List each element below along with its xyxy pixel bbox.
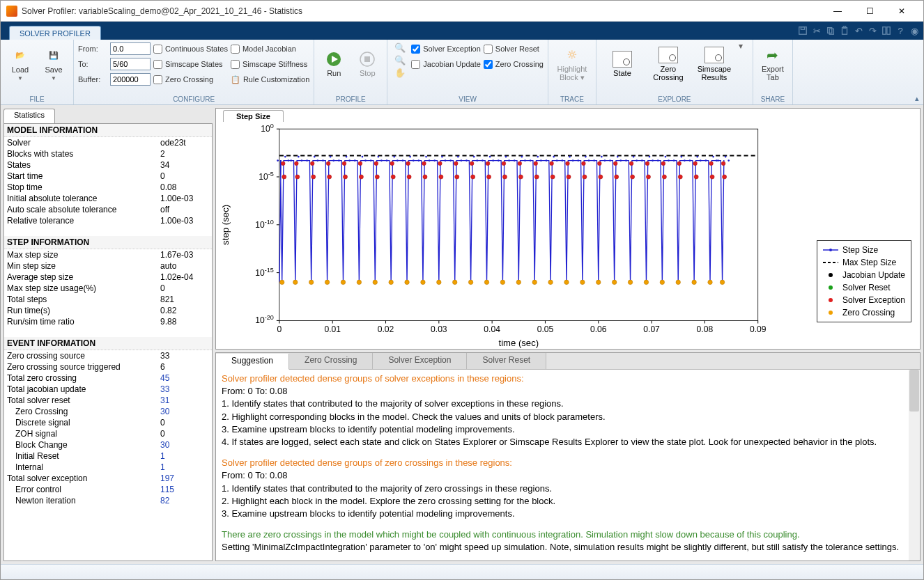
stats-key: Average step size <box>7 272 160 282</box>
ribbon-group-view: 🔍 🔍 ✋ Solver Exception Jacobian Update S… <box>387 40 548 104</box>
load-button[interactable]: 📂 Load ▼ <box>5 41 36 87</box>
bottom-tabs: SuggestionZero CrossingSolver ExceptionS… <box>216 353 920 370</box>
ribbon-tab-solver-profiler[interactable]: SOLVER PROFILER <box>9 26 101 40</box>
stats-value[interactable]: 45 <box>160 373 209 383</box>
close-button[interactable]: ✕ <box>886 1 918 22</box>
solver-exception-checkbox[interactable] <box>411 45 420 54</box>
state-explorer-button[interactable]: State <box>601 41 644 87</box>
continuous-states-checkbox[interactable] <box>153 45 162 54</box>
tab-solver-exception[interactable]: Solver Exception <box>373 353 467 369</box>
explore-dropdown[interactable]: ▾ <box>739 41 748 51</box>
stats-value[interactable]: 30 <box>160 440 209 450</box>
jacobian-update-label: Jacobian Update <box>423 60 481 68</box>
stats-key: Total steps <box>7 295 160 304</box>
simscape-states-checkbox[interactable] <box>153 60 162 69</box>
stats-value[interactable]: 30 <box>160 407 209 416</box>
ribbon-minimize-button[interactable]: ▴ <box>915 94 919 103</box>
tab-statistics[interactable]: Statistics <box>3 109 55 124</box>
stats-value: 0 <box>160 418 209 428</box>
svg-point-172 <box>678 175 682 179</box>
zero-crossing-view-checkbox[interactable] <box>484 60 493 69</box>
zoom-in-icon[interactable]: 🔍 <box>394 41 406 54</box>
svg-point-74 <box>364 159 367 162</box>
statistics-body[interactable]: MODEL INFORMATIONSolverode23tBlocks with… <box>3 123 213 561</box>
stats-row: Run time(s)0.82 <box>4 305 212 316</box>
load-label: Load <box>12 65 29 74</box>
tab-zero-crossing[interactable]: Zero Crossing <box>289 353 373 369</box>
redo-icon[interactable]: ↷ <box>866 24 879 37</box>
stats-value[interactable]: 1 <box>160 462 209 472</box>
buffer-input[interactable] <box>110 73 151 86</box>
svg-point-71 <box>357 280 361 285</box>
legend-jacobian: Jacobian Update <box>842 270 905 280</box>
to-input[interactable] <box>110 58 151 70</box>
svg-point-168 <box>657 159 659 162</box>
highlight-block-button[interactable]: 🔆 HighlightBlock ▾ <box>553 41 592 87</box>
stats-value[interactable]: 115 <box>160 485 209 494</box>
svg-rect-7 <box>887 27 890 35</box>
simscape-results-button[interactable]: SimscapeResults <box>693 41 736 87</box>
save-icon[interactable] <box>796 24 809 37</box>
stats-key: ZOH signal <box>7 429 160 439</box>
svg-point-80 <box>378 156 380 158</box>
suggestion-scrollbar[interactable] <box>909 370 920 561</box>
tab-step-size[interactable]: Step Size <box>223 110 284 122</box>
export-tab-button[interactable]: ➦ ExportTab <box>757 41 788 87</box>
stats-value[interactable]: 33 <box>160 384 209 394</box>
svg-point-136 <box>564 280 569 285</box>
maximize-button[interactable]: ☐ <box>854 1 886 22</box>
svg-point-204 <box>486 162 490 166</box>
svg-point-59 <box>317 159 319 162</box>
simscape-stiffness-checkbox[interactable] <box>231 60 240 69</box>
stats-row: Initial absolute tolerance1.00e-03 <box>4 193 212 204</box>
stats-value[interactable]: 197 <box>160 473 209 483</box>
svg-point-207 <box>534 162 538 166</box>
model-jacobian-checkbox[interactable] <box>231 45 240 54</box>
zc-icon <box>659 47 678 63</box>
more-icon[interactable]: ◉ <box>908 24 921 37</box>
minimize-button[interactable]: — <box>822 1 854 22</box>
svg-point-200 <box>422 162 426 166</box>
from-input[interactable] <box>110 42 151 55</box>
paste-icon[interactable] <box>838 24 851 37</box>
stats-value: 1.02e-04 <box>160 272 209 282</box>
stats-value: 0.82 <box>160 306 209 315</box>
svg-point-138 <box>562 159 564 162</box>
zoom-out-icon[interactable]: 🔍 <box>394 54 406 66</box>
solver-reset-checkbox[interactable] <box>484 45 493 54</box>
stats-key: Run/sim time ratio <box>7 317 160 327</box>
help-icon[interactable]: ? <box>894 24 907 37</box>
zero-crossing-explorer-button[interactable]: ZeroCrossing <box>647 41 690 87</box>
tab-solver-reset[interactable]: Solver Reset <box>467 353 546 369</box>
stats-key: Zero Crossing <box>7 407 160 416</box>
zero-crossing-checkbox[interactable] <box>153 75 162 84</box>
tab-suggestion[interactable]: Suggestion <box>216 354 289 370</box>
rule-customization-button[interactable]: Rule Customization <box>243 75 309 84</box>
stats-value[interactable]: 82 <box>160 496 209 505</box>
ribbon-group-configure: From: To: Buffer: Continuous States Sims… <box>74 40 314 104</box>
suggestion-body[interactable]: Solver profiler detected dense groups of… <box>216 370 920 561</box>
stats-value[interactable]: 1 <box>160 451 209 461</box>
undo-icon[interactable]: ↶ <box>852 24 865 37</box>
pan-icon[interactable]: ✋ <box>394 66 406 79</box>
layout-icon[interactable] <box>880 24 893 37</box>
svg-point-101 <box>452 280 456 285</box>
svg-rect-12 <box>279 129 758 320</box>
svg-point-130 <box>537 156 539 158</box>
stats-value[interactable]: 31 <box>160 395 209 405</box>
svg-point-196 <box>358 162 362 166</box>
copy-icon[interactable] <box>824 24 837 37</box>
run-label: Run <box>327 69 341 77</box>
svg-point-67 <box>343 175 347 179</box>
svg-text:10-10: 10-10 <box>255 219 274 230</box>
svg-point-68 <box>338 159 340 162</box>
svg-point-46 <box>279 280 284 285</box>
chart-canvas[interactable]: 10010-510-1010-1510-2000.010.020.030.040… <box>216 122 920 349</box>
save-button[interactable]: 💾 Save ▼ <box>38 41 69 87</box>
svg-point-170 <box>665 156 667 158</box>
run-button[interactable]: Run <box>318 41 349 87</box>
jacobian-update-checkbox[interactable] <box>411 60 420 69</box>
stop-button[interactable]: Stop <box>352 41 383 87</box>
state-icon <box>613 51 632 68</box>
cut-icon[interactable]: ✂ <box>810 24 823 37</box>
